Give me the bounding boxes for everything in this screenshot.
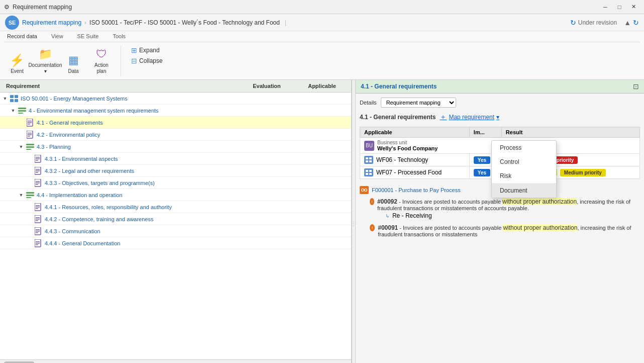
map-requirement-dropdown[interactable]: Process Control Risk Document (491, 140, 557, 198)
expand-toggle[interactable]: ▼ (18, 144, 24, 150)
close-button[interactable]: ✕ (627, 2, 640, 12)
tab-record-data[interactable]: Record data (4, 32, 40, 42)
tree-label: 4.3.3 - Objectives, targets and programm… (45, 180, 349, 186)
sub-item-receiving: ↳ Re - Receiving (377, 211, 636, 220)
expand-toggle[interactable]: ▼ (2, 96, 8, 102)
dropdown-item-document[interactable]: Document (492, 184, 556, 198)
doc-icon (34, 155, 43, 163)
event-button[interactable]: ⚡ Event (4, 51, 30, 75)
breadcrumb-link[interactable]: Requirement mapping (22, 19, 81, 26)
tree-label: 4.4.2 - Competence, training and awarene… (45, 216, 349, 222)
col-evaluation-header: Evaluation (237, 82, 297, 90)
svg-rect-34 (36, 205, 40, 206)
svg-point-57 (362, 189, 364, 192)
expand-toggle[interactable]: ▼ (10, 108, 16, 114)
minimize-button[interactable]: ─ (599, 2, 612, 12)
nav-arrows[interactable]: ▲ ↻ (624, 19, 639, 27)
collapse-button[interactable]: ⊟ Collapse (129, 56, 165, 66)
expand-toggle[interactable]: ▼ (18, 192, 24, 198)
process-icon (360, 186, 369, 194)
group-icon (26, 143, 35, 151)
col-header-importance: Im... (469, 127, 501, 138)
svg-rect-46 (36, 241, 40, 242)
tree-item[interactable]: ▶ 4.3.2 - Legal and other requirements (0, 165, 351, 177)
documentation-button[interactable]: 📁 Documentation▾ (32, 45, 58, 75)
tree-label: 4.4.1 - Resources, roles, responsibility… (45, 204, 349, 210)
wf07-yes-button[interactable]: Yes (474, 169, 490, 176)
breadcrumb-bar: SE Requirement mapping › ISO 50001 - Tec… (0, 14, 644, 31)
panel-divider[interactable]: ⋮ (352, 80, 356, 363)
tree-item[interactable]: ▶ 4.4.2 - Competence, training and aware… (0, 213, 351, 225)
tree-item[interactable]: ▶ 4.2 - Environmental policy (0, 129, 351, 141)
action-plan-icon: 🛡 (93, 46, 110, 62)
wf07-icon (364, 168, 373, 176)
svg-rect-54 (369, 170, 372, 172)
risk-icon-00091: ! (370, 224, 375, 231)
data-label: Data (68, 68, 78, 74)
svg-rect-17 (26, 149, 31, 150)
tree-item[interactable]: ▶ 4.4.3 - Communication (0, 225, 351, 237)
details-dropdown[interactable]: Requirement mapping (381, 98, 456, 108)
section-title-text: 4.1 - General requirements (360, 114, 436, 121)
map-requirement-button[interactable]: ＋ Map requirement ▾ (440, 113, 499, 122)
event-icon: ⚡ (9, 52, 25, 68)
data-button[interactable]: ▦ Data (60, 51, 86, 75)
doc-icon (34, 239, 43, 247)
tree-item[interactable]: ▼ ISO 50.001 - Energy Management Systems (0, 93, 351, 105)
nav-up-button[interactable]: ▲ (624, 19, 631, 27)
tab-se-suite[interactable]: SE Suite (74, 32, 102, 42)
tree-item-selected[interactable]: ▶ 4.1 - General requirements (0, 117, 351, 129)
svg-rect-13 (28, 134, 32, 135)
action-plan-button[interactable]: 🛡 Action plan (88, 45, 115, 75)
maximize-button[interactable]: □ (613, 2, 626, 12)
svg-rect-51 (366, 160, 368, 162)
svg-rect-20 (36, 158, 40, 159)
ribbon-group-tools: ⊞ Expand ⊟ Collapse (129, 45, 171, 76)
refresh-button[interactable]: ↻ (633, 19, 639, 27)
svg-rect-1 (15, 95, 18, 98)
tree-item[interactable]: ▼ 4 - Environmental management system re… (0, 105, 351, 117)
ribbon: Record data View SE Suite Tools ⚡ Event … (0, 31, 644, 80)
svg-rect-5 (18, 110, 26, 112)
dropdown-item-control[interactable]: Control (492, 155, 556, 169)
wf07-applicable-cell: WF07 - Processed Food (360, 166, 470, 179)
tab-view[interactable]: View (48, 32, 66, 42)
section-title-row: 4.1 - General requirements ＋ Map require… (360, 113, 640, 122)
right-panel-title: 4.1 - General requirements (361, 83, 437, 90)
svg-rect-38 (36, 217, 40, 218)
tree-item[interactable]: ▼ 4.4 - Implementation and operation (0, 189, 351, 201)
svg-rect-25 (36, 172, 38, 173)
horizontal-scrollbar[interactable] (0, 359, 351, 363)
svg-rect-49 (366, 157, 368, 159)
risk-text-00092: #00092 - Invoices are posted to accounts… (377, 198, 636, 211)
expand-button[interactable]: ⊞ Expand (129, 45, 165, 55)
tree-item[interactable]: ▶ 4.3.1 - Environmental aspects (0, 153, 351, 165)
tree-label: 4.4.4 - General Documentation (45, 240, 349, 246)
svg-rect-4 (18, 108, 26, 109)
svg-rect-16 (26, 146, 34, 148)
svg-rect-39 (36, 219, 40, 220)
dropdown-item-process[interactable]: Process (492, 141, 556, 155)
tree-item[interactable]: ▼ 4.3 - Planning (0, 141, 351, 153)
svg-rect-36 (36, 208, 38, 209)
svg-rect-23 (36, 169, 40, 170)
tree-item[interactable]: ▶ 4.4.1 - Resources, roles, responsibili… (0, 201, 351, 213)
doc-icon (26, 119, 35, 127)
ribbon-group-record-data: ⚡ Event 📁 Documentation▾ ▦ Data 🛡 Action… (4, 45, 121, 76)
svg-rect-40 (36, 220, 38, 221)
wf06-yes-button[interactable]: Yes (474, 156, 490, 164)
svg-rect-28 (36, 183, 40, 184)
window-controls: ─ □ ✕ (599, 2, 640, 12)
map-req-label: Map requirement (449, 114, 494, 121)
svg-rect-27 (36, 181, 40, 182)
tree-item[interactable]: ▶ 4.3.3 - Objectives, targets and progra… (0, 177, 351, 189)
tree-container: ▼ ISO 50.001 - Energy Management Systems… (0, 93, 351, 359)
dropdown-item-risk[interactable]: Risk (492, 169, 556, 183)
expand-right-icon[interactable]: ⊡ (633, 82, 639, 90)
wf06-icon (364, 156, 373, 164)
tree-item[interactable]: ▶ 4.4.4 - General Documentation (0, 237, 351, 249)
tab-tools[interactable]: Tools (110, 32, 129, 42)
svg-rect-44 (36, 232, 38, 233)
svg-rect-32 (26, 197, 31, 198)
scroll-thumb[interactable] (4, 361, 34, 364)
